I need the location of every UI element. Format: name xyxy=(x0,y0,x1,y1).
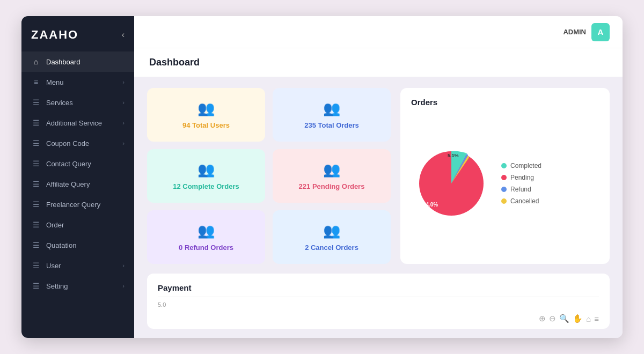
sidebar-item-contact-query[interactable]: ☰ Contact Query xyxy=(21,153,134,174)
nav-item-left: ≡ Menu xyxy=(31,78,64,86)
pie-pending-label: 94.0% xyxy=(423,202,438,208)
payment-title: Payment xyxy=(158,283,599,292)
payment-y-label: 5.0 xyxy=(158,301,166,308)
legend-dot xyxy=(501,163,507,168)
coupon-code-icon: ☰ xyxy=(31,139,41,148)
stat-card-refund-orders: 👥 0 Refund Orders xyxy=(147,210,265,264)
top-row: 👥 94 Total Users 👥 235 Total Orders 👥 12… xyxy=(147,88,610,264)
payment-card: Payment 5.0 ⊕ ⊖ 🔍 ✋ ⌂ ≡ xyxy=(147,274,610,329)
stats-grid: 👥 94 Total Users 👥 235 Total Orders 👥 12… xyxy=(147,88,391,264)
legend-label: Pending xyxy=(510,174,534,181)
additional-service-icon: ☰ xyxy=(31,119,41,127)
zoom-out-icon[interactable]: ⊖ xyxy=(549,314,556,323)
legend-dot xyxy=(501,198,507,204)
chevron-right-icon: › xyxy=(122,283,125,289)
sidebar-item-menu[interactable]: ≡ Menu › xyxy=(21,72,134,92)
sidebar-item-setting[interactable]: ☰ Setting › xyxy=(21,276,134,296)
stat-icon-pending-orders: 👥 xyxy=(323,161,340,178)
sidebar-item-dashboard[interactable]: ⌂ Dashboard xyxy=(21,51,134,72)
freelancer-query-icon: ☰ xyxy=(31,200,41,209)
payment-chart-area: 5.0 ⊕ ⊖ 🔍 ✋ ⌂ ≡ xyxy=(158,297,599,323)
setting-icon: ☰ xyxy=(31,282,41,290)
nav-item-left: ☰ Freelancer Query xyxy=(31,200,100,209)
nav-item-left: ☰ Setting xyxy=(31,282,68,290)
zoom-in-icon[interactable]: ⊕ xyxy=(539,314,546,323)
user-icon: ☰ xyxy=(31,261,41,270)
nav-item-left: ☰ Services xyxy=(31,98,73,107)
stat-icon-cancel-orders: 👥 xyxy=(323,223,340,239)
admin-label: ADMIN xyxy=(563,28,586,36)
menu-icon[interactable]: ≡ xyxy=(594,314,599,323)
orders-body: 94.0% 5.1% Completed Pending Refund Canc… xyxy=(411,112,599,254)
sidebar-header: ZAAHO ‹ xyxy=(21,16,134,51)
sidebar-item-freelancer-query[interactable]: ☰ Freelancer Query xyxy=(21,194,134,215)
contact-query-icon: ☰ xyxy=(31,159,41,168)
orders-legend: Completed Pending Refund Cancelled xyxy=(501,162,541,205)
sidebar-item-label: Setting xyxy=(46,282,68,290)
sidebar-item-additional-service[interactable]: ☰ Additional Service › xyxy=(21,113,134,133)
sidebar-item-user[interactable]: ☰ User › xyxy=(21,255,134,276)
stat-card-total-users: 👥 94 Total Users xyxy=(147,88,265,142)
stat-label-complete-orders: 12 Complete Orders xyxy=(173,182,239,190)
nav-item-left: ☰ Order xyxy=(31,220,64,229)
stat-label-pending-orders: 221 Pending Orders xyxy=(299,182,365,190)
collapse-button[interactable]: ‹ xyxy=(122,30,125,40)
quatation-icon: ☰ xyxy=(31,241,41,249)
stat-card-cancel-orders: 👥 2 Cancel Orders xyxy=(273,210,391,264)
chevron-right-icon: › xyxy=(122,79,125,85)
orders-card: Orders xyxy=(400,88,610,264)
page-title-bar: Dashboard xyxy=(134,48,623,77)
sidebar-item-label: User xyxy=(46,262,61,270)
sidebar-item-coupon-code[interactable]: ☰ Coupon Code › xyxy=(21,133,134,153)
sidebar-item-label: Contact Query xyxy=(46,160,91,168)
stat-icon-total-users: 👥 xyxy=(197,100,215,117)
stat-card-complete-orders: 👥 12 Complete Orders xyxy=(147,149,265,203)
stat-card-pending-orders: 👥 221 Pending Orders xyxy=(273,149,391,203)
nav-item-left: ☰ Affiliate Query xyxy=(31,180,90,188)
chevron-right-icon: › xyxy=(122,120,125,126)
sidebar-item-affiliate-query[interactable]: ☰ Affiliate Query xyxy=(21,174,134,194)
sidebar-item-label: Additional Service xyxy=(46,119,102,127)
stat-label-total-orders: 235 Total Orders xyxy=(304,121,359,129)
sidebar-item-label: Order xyxy=(46,221,64,229)
home-icon[interactable]: ⌂ xyxy=(586,314,591,323)
pan-icon[interactable]: ✋ xyxy=(573,314,583,323)
admin-avatar[interactable]: A xyxy=(591,23,610,41)
chevron-right-icon: › xyxy=(122,99,125,106)
content-area: 👥 94 Total Users 👥 235 Total Orders 👥 12… xyxy=(134,77,623,338)
pie-chart: 94.0% 5.1% xyxy=(411,143,492,224)
logo: ZAAHO xyxy=(31,28,78,42)
stat-label-refund-orders: 0 Refund Orders xyxy=(179,244,233,252)
legend-item-completed: Completed xyxy=(501,162,541,169)
order-icon: ☰ xyxy=(31,220,41,229)
page-title: Dashboard xyxy=(149,57,200,68)
payment-chart-icons: ⊕ ⊖ 🔍 ✋ ⌂ ≡ xyxy=(539,314,599,323)
topbar: ADMIN A xyxy=(134,16,623,48)
sidebar-item-label: Dashboard xyxy=(46,58,80,66)
legend-label: Cancelled xyxy=(510,197,539,205)
nav-item-left: ☰ Quatation xyxy=(31,241,76,249)
legend-label: Completed xyxy=(510,162,541,169)
search-icon[interactable]: 🔍 xyxy=(559,314,569,323)
chevron-right-icon: › xyxy=(122,140,125,146)
stat-card-total-orders: 👥 235 Total Orders xyxy=(273,88,391,142)
sidebar-item-services[interactable]: ☰ Services › xyxy=(21,92,134,113)
sidebar-item-label: Services xyxy=(46,99,73,107)
sidebar-item-label: Coupon Code xyxy=(46,139,89,148)
stat-label-total-users: 94 Total Users xyxy=(182,121,230,129)
stat-icon-total-orders: 👥 xyxy=(323,100,340,117)
services-icon: ☰ xyxy=(31,98,41,107)
legend-label: Refund xyxy=(510,186,531,193)
sidebar-nav: ⌂ Dashboard ≡ Menu › ☰ Services › ☰ Addi… xyxy=(21,51,134,338)
sidebar-item-order[interactable]: ☰ Order xyxy=(21,215,134,235)
nav-item-left: ☰ Contact Query xyxy=(31,159,91,168)
sidebar-item-quatation[interactable]: ☰ Quatation xyxy=(21,235,134,255)
nav-item-left: ☰ Additional Service xyxy=(31,119,102,127)
app-window: ZAAHO ‹ ⌂ Dashboard ≡ Menu › ☰ Services … xyxy=(21,16,623,338)
legend-dot xyxy=(501,175,507,180)
main-area: ADMIN A Dashboard 👥 94 Total Users 👥 235… xyxy=(134,16,623,338)
sidebar-item-label: Freelancer Query xyxy=(46,201,100,209)
affiliate-query-icon: ☰ xyxy=(31,180,41,188)
stat-label-cancel-orders: 2 Cancel Orders xyxy=(305,244,358,252)
nav-item-left: ⌂ Dashboard xyxy=(31,57,80,66)
